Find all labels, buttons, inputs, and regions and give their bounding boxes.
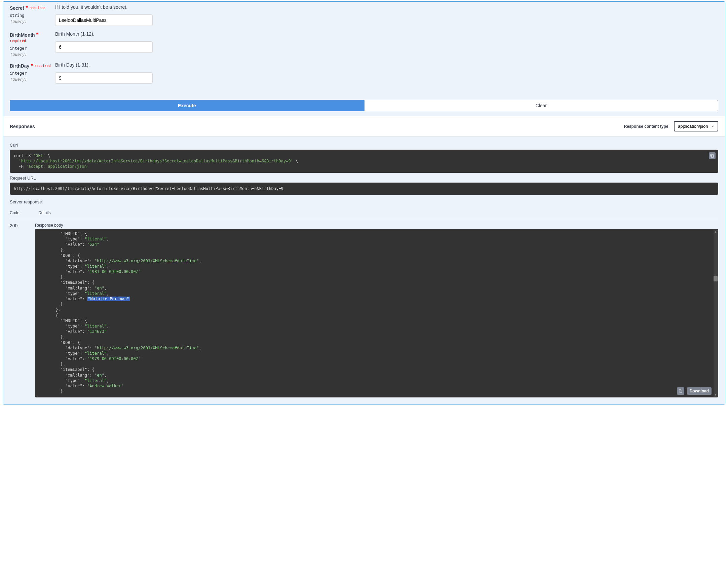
parameter-meta: Secret * requiredstring(query) <box>10 4 55 24</box>
request-url-block: http://localhost:2001/tms/xdata/ActorInf… <box>10 183 718 195</box>
json-line: } <box>41 389 712 394</box>
code-column-header: Code <box>10 210 25 215</box>
response-table-head: Code Details <box>10 208 718 218</box>
parameter-input-area: Birth Month (1-12). <box>55 31 718 53</box>
parameter-description: Birth Month (1-12). <box>55 31 718 37</box>
required-star-icon: * <box>26 5 28 11</box>
required-star-icon: * <box>36 32 38 38</box>
responses-header: Responses Response content type applicat… <box>3 116 725 136</box>
parameter-type: integer <box>10 46 55 51</box>
parameter-description: Birth Day (1-31). <box>55 62 718 68</box>
secret-input[interactable] <box>55 15 153 26</box>
server-response-label: Server response <box>10 200 718 205</box>
parameter-meta: BirthDay * requiredinteger(query) <box>10 62 55 82</box>
clear-button[interactable]: Clear <box>364 100 719 111</box>
required-text: required <box>29 6 45 10</box>
swagger-operation-panel: Secret * requiredstring(query)If I told … <box>3 1 725 404</box>
parameter-row: Secret * requiredstring(query)If I told … <box>10 2 718 29</box>
content-type-label: Response content type <box>624 124 669 129</box>
curl-block: curl -X 'GET' \ 'http://localhost:2001/t… <box>10 150 718 173</box>
json-line: }, <box>41 247 712 253</box>
json-line: "value": "524" <box>41 242 712 247</box>
json-line: "type": "literal", <box>41 323 712 329</box>
json-line: { <box>41 313 712 318</box>
json-line: "type": "literal", <box>41 291 712 296</box>
parameter-input-area: Birth Day (1-31). <box>55 62 718 84</box>
json-line: "xml:lang": "en", <box>41 372 712 378</box>
request-url-label: Request URL <box>10 176 718 181</box>
json-line: "value": "1979-06-09T00:00:00Z" <box>41 356 712 362</box>
response-body-label: Response body <box>35 223 718 228</box>
json-line: } <box>41 301 712 307</box>
required-text: required <box>35 64 51 68</box>
json-line: "value": "Andrew Walker" <box>41 383 712 389</box>
parameter-row: BirthMonth * requiredinteger(query)Birth… <box>10 29 718 59</box>
parameter-type: string <box>10 13 55 18</box>
parameters-section: Secret * requiredstring(query)If I told … <box>3 2 725 93</box>
json-line: "value": "Natalie Portman" <box>41 296 712 301</box>
json-line: "xml:lang": "en", <box>41 286 712 291</box>
json-line: "TMDbID": { <box>41 318 712 323</box>
birthmonth-input[interactable] <box>55 41 153 53</box>
json-line: "value": "134673" <box>41 329 712 334</box>
json-line: }, <box>41 334 712 340</box>
required-text: required <box>10 39 26 43</box>
json-line: }, <box>41 274 712 280</box>
response-controls: Download <box>677 387 711 395</box>
scroll-up-icon[interactable]: ▲ <box>713 230 718 234</box>
birthday-input[interactable] <box>55 72 153 84</box>
json-line: "type": "literal", <box>41 264 712 269</box>
parameter-type: integer <box>10 71 55 76</box>
scroll-down-icon[interactable]: ▼ <box>713 393 718 397</box>
content-type-control: Response content type application/json <box>624 121 718 131</box>
download-button[interactable]: Download <box>687 387 711 395</box>
copy-icon[interactable] <box>709 152 716 159</box>
parameter-name: BirthDay <box>10 63 29 69</box>
json-line: "datatype": "http://www.w3.org/2001/XMLS… <box>41 345 712 351</box>
json-line: "DOB": { <box>41 340 712 345</box>
json-line: "DOB": { <box>41 253 712 258</box>
execute-button[interactable]: Execute <box>10 100 364 111</box>
scrollbar-thumb[interactable] <box>713 276 718 282</box>
parameter-name: BirthMonth <box>10 32 35 38</box>
json-line: "datatype": "http://www.w3.org/2001/XMLS… <box>41 258 712 264</box>
json-line: "itemLabel": { <box>41 367 712 372</box>
execute-button-row: Execute Clear <box>3 93 725 116</box>
json-line: "type": "literal", <box>41 351 712 356</box>
responses-title: Responses <box>10 124 35 129</box>
parameter-row: BirthDay * requiredinteger(query)Birth D… <box>10 59 718 86</box>
json-line: "type": "literal", <box>41 236 712 242</box>
json-line: "type": "literal", <box>41 378 712 383</box>
scrollbar-track[interactable] <box>713 230 718 397</box>
details-column-header: Details <box>38 210 51 215</box>
parameter-meta: BirthMonth * requiredinteger(query) <box>10 31 55 57</box>
content-type-select[interactable]: application/json <box>674 121 718 131</box>
response-details: Response body ▲ ▼ "TMDbID": { "type": "l… <box>35 223 718 398</box>
json-line: }, <box>41 307 712 312</box>
copy-icon[interactable] <box>677 387 684 395</box>
response-code: 200 <box>10 223 35 398</box>
parameter-name: Secret <box>10 5 24 11</box>
parameter-in: (query) <box>10 19 55 24</box>
response-section: Curl curl -X 'GET' \ 'http://localhost:2… <box>3 136 725 404</box>
response-body-block: ▲ ▼ "TMDbID": { "type": "literal", "valu… <box>35 229 718 398</box>
parameter-in: (query) <box>10 77 55 82</box>
parameter-input-area: If I told you, it wouldn't be a secret. <box>55 4 718 26</box>
parameter-description: If I told you, it wouldn't be a secret. <box>55 4 718 10</box>
json-line: "value": "1981-06-09T00:00:00Z" <box>41 269 712 274</box>
curl-label: Curl <box>10 142 718 148</box>
response-row: 200 Response body ▲ ▼ "TMDbID": { "type"… <box>10 218 718 398</box>
json-line: }, <box>41 362 712 367</box>
json-line: "TMDbID": { <box>41 231 712 236</box>
json-line: "itemLabel": { <box>41 280 712 285</box>
parameter-in: (query) <box>10 52 55 57</box>
required-star-icon: * <box>31 63 33 69</box>
